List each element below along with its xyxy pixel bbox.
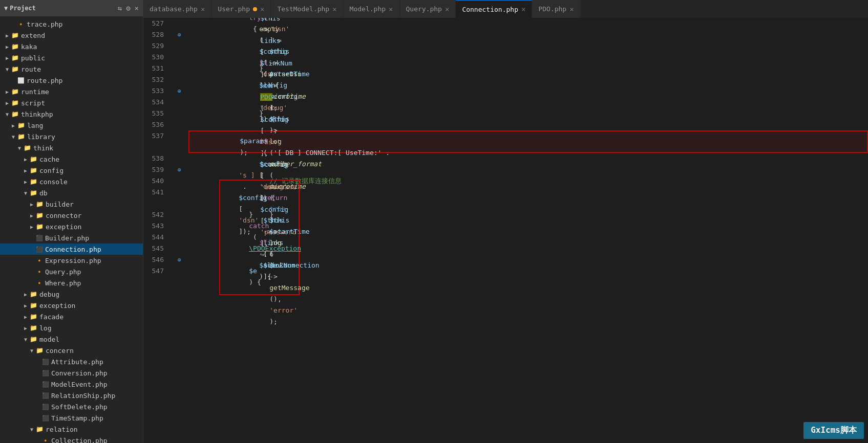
tab-label-pdo: PDO.php: [538, 5, 566, 13]
tree-item-exception-think[interactable]: ▶ 📁 exception: [0, 300, 143, 311]
tree-item-expression-php[interactable]: 🔸 Expression.php: [0, 255, 143, 266]
folder-icon-thinkphp: 📁: [11, 110, 19, 118]
line-num-544: 544: [143, 232, 168, 243]
code-line-547: $this -> log ( $e -> getMessage (), 'err…: [188, 265, 868, 277]
tree-item-relation[interactable]: ▼ 📁 relation: [0, 424, 143, 435]
file-icon-modelevent: ⬛: [42, 381, 49, 388]
gutter-528: ⊕: [174, 29, 184, 40]
sidebar-collapse-icon[interactable]: ⇆: [118, 4, 122, 12]
tab-close-model[interactable]: ×: [389, 5, 393, 13]
tab-model[interactable]: Model.php ×: [344, 0, 400, 18]
tab-testmodel[interactable]: TestModel.php ×: [271, 0, 343, 18]
gutter-531: [174, 63, 184, 74]
line-num-529: 529: [143, 40, 168, 52]
gutter-538: [174, 153, 184, 164]
line-num-540: 540: [143, 175, 168, 187]
arrow-lang: ▶: [10, 123, 16, 128]
tree-item-where-php[interactable]: 🔸 Where.php: [0, 277, 143, 289]
file-tree: 🔸 trace.php ▶ 📁 extend ▶ 📁 kaka ▶ 📁 publ…: [0, 16, 143, 443]
tree-item-conversion-php[interactable]: ⬛ Conversion.php: [0, 367, 143, 379]
line-num-537: 537: [143, 130, 168, 142]
tab-query[interactable]: Query.php ×: [400, 0, 456, 18]
file-icon-timestamp: ⬛: [42, 415, 49, 422]
tree-item-timestamp-php[interactable]: ⬛ TimeStamp.php: [0, 412, 143, 424]
file-icon-collection: 🔸: [42, 437, 49, 444]
no-arrow-builderphp: [29, 235, 35, 241]
tree-item-log[interactable]: ▶ 📁 log: [0, 322, 143, 334]
tree-item-config[interactable]: ▶ 📁 config: [0, 165, 143, 176]
file-icon-expressionphp: 🔸: [36, 257, 43, 264]
folder-icon-cache: 📁: [30, 156, 37, 163]
folder-icon-model: 📁: [30, 336, 37, 343]
tree-item-modelevent-php[interactable]: ⬛ ModelEvent.php: [0, 379, 143, 390]
tree-item-extend[interactable]: ▶ 📁 extend: [0, 30, 143, 41]
sidebar-icons: ⇆ ⚙ ×: [118, 4, 139, 12]
tab-close-database[interactable]: ×: [201, 5, 205, 13]
tree-item-concern[interactable]: ▼ 📁 concern: [0, 345, 143, 356]
tree-item-route-php[interactable]: ⬜ route.php: [0, 75, 143, 86]
tree-item-builder-php[interactable]: ⬛ Builder.php: [0, 232, 143, 243]
tree-item-exception-db[interactable]: ▶ 📁 exception: [0, 221, 143, 232]
gutter-543: [174, 220, 184, 232]
tab-close-testmodel[interactable]: ×: [332, 5, 336, 13]
tree-item-public[interactable]: ▶ 📁 public: [0, 52, 143, 63]
tree-item-connection-php[interactable]: ⬛ Connection.php: [0, 243, 143, 255]
tab-close-user[interactable]: ×: [260, 5, 264, 13]
tab-connection[interactable]: Connection.php ×: [456, 0, 532, 18]
tree-item-cache[interactable]: ▶ 📁 cache: [0, 153, 143, 165]
project-arrow-icon: ▼: [4, 5, 8, 12]
tab-close-query[interactable]: ×: [445, 5, 449, 13]
arrow-concern: ▼: [29, 348, 35, 353]
no-arrow-conversion: [35, 370, 41, 376]
tree-item-attribute-php[interactable]: ⬛ Attribute.php: [0, 356, 143, 367]
line-num-541b: [143, 198, 168, 209]
tree-item-query-php[interactable]: 🔸 Query.php: [0, 266, 143, 277]
tree-item-script[interactable]: ▶ 📁 script: [0, 97, 143, 108]
gutter-532: [174, 74, 184, 85]
folder-icon-kaka: 📁: [11, 43, 19, 50]
tab-pdo[interactable]: PDO.php ×: [532, 0, 580, 18]
gutter-530: [174, 52, 184, 63]
tree-item-route[interactable]: ▼ 📁 route: [0, 63, 143, 75]
tree-item-collection-php[interactable]: 🔸 Collection.php: [0, 435, 143, 443]
tree-item-runtime[interactable]: ▶ 📁 runtime: [0, 86, 143, 97]
tab-close-connection[interactable]: ×: [521, 5, 525, 13]
tree-item-think[interactable]: ▼ 📁 think: [0, 142, 143, 153]
gutter-545: [174, 243, 184, 254]
tab-close-pdo[interactable]: ×: [569, 5, 574, 13]
arrow-log: ▶: [23, 325, 29, 331]
line-num-536: 536: [143, 119, 168, 130]
tree-item-relationship-php[interactable]: ⬛ RelationShip.php: [0, 390, 143, 401]
tree-item-model[interactable]: ▼ 📁 model: [0, 334, 143, 345]
main-editor: database.php × User.php × TestModel.php …: [143, 0, 868, 443]
tree-item-thinkphp[interactable]: ▼ 📁 thinkphp: [0, 108, 143, 120]
file-icon-builderphp: ⬛: [36, 235, 43, 241]
sidebar-settings-icon[interactable]: ⚙: [126, 4, 130, 12]
gutter-541b: [174, 198, 184, 209]
tree-item-console[interactable]: ▶ 📁 console: [0, 176, 143, 187]
tree-item-connector[interactable]: ▶ 📁 connector: [0, 210, 143, 221]
tree-item-library[interactable]: ▼ 📁 library: [0, 131, 143, 142]
line-num-547: 547: [143, 265, 168, 277]
tree-item-builder-folder[interactable]: ▶ 📁 builder: [0, 198, 143, 210]
tab-label-model: Model.php: [350, 5, 386, 13]
tree-item-facade[interactable]: ▶ 📁 facade: [0, 311, 143, 322]
tree-item-db[interactable]: ▼ 📁 db: [0, 187, 143, 198]
arrow-kaka: ▶: [4, 44, 10, 50]
tree-item-debug[interactable]: ▶ 📁 debug: [0, 289, 143, 300]
code-area: 527 528 529 530 531 532 533 534 535 536 …: [143, 18, 868, 443]
tab-label-query: Query.php: [406, 5, 442, 13]
gutter-542: [174, 209, 184, 220]
tree-item-kaka[interactable]: ▶ 📁 kaka: [0, 41, 143, 52]
tab-database[interactable]: database.php ×: [143, 0, 211, 18]
arrow-exception-db: ▶: [29, 224, 35, 230]
tree-item-softdelete-php[interactable]: ⬛ SoftDelete.php: [0, 401, 143, 412]
tab-user[interactable]: User.php ×: [211, 0, 271, 18]
file-icon-routephp: ⬜: [17, 77, 25, 84]
folder-icon-relation: 📁: [36, 426, 44, 433]
sidebar-close-icon[interactable]: ×: [135, 4, 139, 12]
line-numbers: 527 528 529 530 531 532 533 534 535 536 …: [143, 18, 174, 443]
gutter-546: ⊕: [174, 254, 184, 265]
tree-item-lang[interactable]: ▶ 📁 lang: [0, 120, 143, 131]
tree-item-trace[interactable]: 🔸 trace.php: [0, 18, 143, 30]
